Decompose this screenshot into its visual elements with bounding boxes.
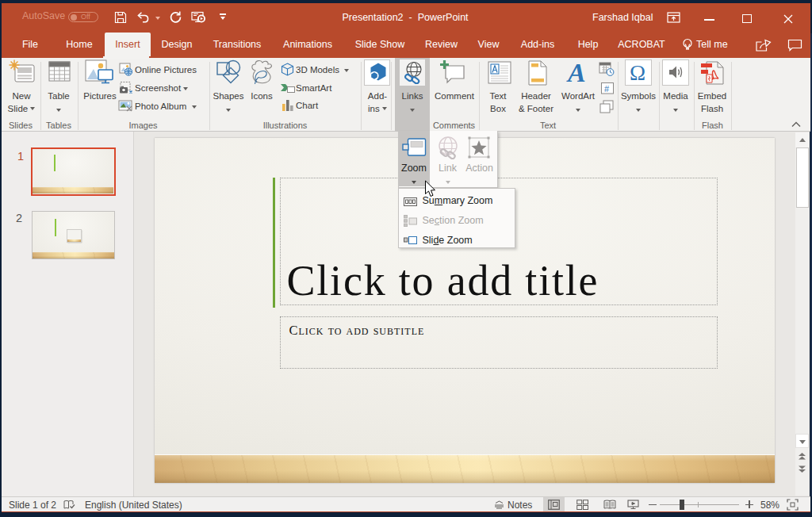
svg-text:Ω: Ω xyxy=(630,61,645,85)
svg-text:#: # xyxy=(604,84,610,94)
svg-text:A: A xyxy=(566,59,586,86)
